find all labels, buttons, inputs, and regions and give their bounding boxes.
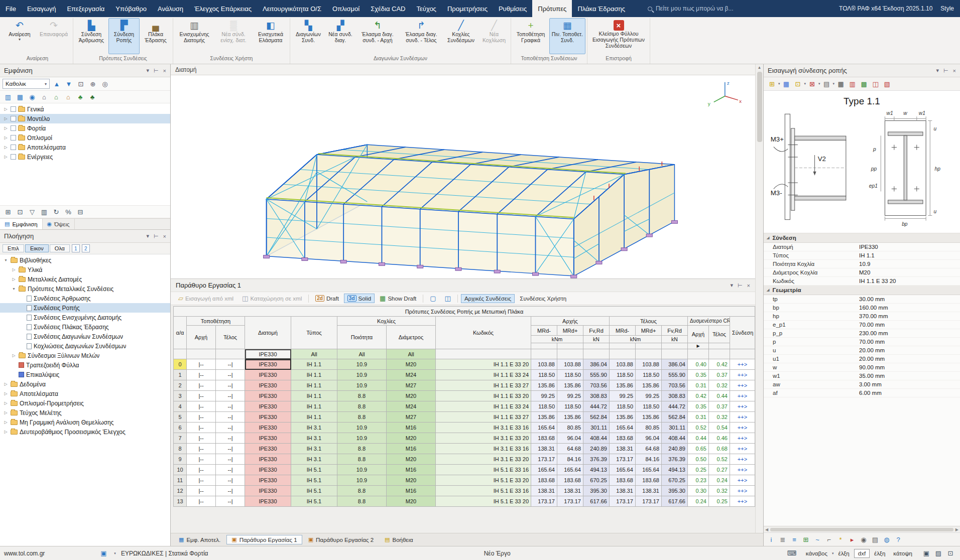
print-icon[interactable]: ▤	[870, 534, 881, 544]
mrd-pos-end-cell[interactable]: 80.85	[636, 423, 662, 433]
refresh-icon[interactable]: ↻	[51, 207, 62, 217]
code-cell[interactable]: IH 5.1 E 33 16	[436, 465, 531, 475]
mrd-neg-start-cell[interactable]: 183.68	[531, 475, 557, 486]
mrd-pos-end-cell[interactable]: 165.64	[636, 465, 662, 475]
scrollbar-thumb[interactable]	[757, 72, 762, 142]
bolt-diameter-cell[interactable]: M27	[387, 412, 436, 423]
help-icon[interactable]: ?	[893, 534, 904, 544]
fullscreen-icon[interactable]: ⊡	[945, 548, 956, 558]
viewport-caption[interactable]: Διατομή	[171, 64, 755, 75]
edit-views-icon[interactable]: ▦	[15, 92, 26, 102]
menu-item-1[interactable]: Εισαγωγή	[22, 0, 61, 17]
horizontal-scrollbar[interactable]: ◀ ▶	[764, 526, 960, 533]
print-report-icon[interactable]: ▧	[882, 79, 892, 89]
user-connection-link[interactable]: ++>	[730, 391, 755, 401]
cr-end-cell[interactable]: 0.24	[709, 475, 730, 486]
type-cell[interactable]: IH 1.1	[291, 359, 337, 370]
code-cell[interactable]: IH 3.1 E 33 16	[436, 444, 531, 454]
type-filter[interactable]: All	[291, 349, 337, 359]
checkbox-icon[interactable]	[11, 154, 16, 160]
fvrd-start-cell[interactable]: 562.84	[583, 412, 610, 423]
mrd-neg-end-cell[interactable]: 183.68	[610, 433, 636, 444]
section-cell[interactable]: IPE330	[245, 486, 291, 496]
bolt-grade-cell[interactable]: 10.9	[337, 475, 387, 486]
camera-icon[interactable]: ◉	[858, 534, 869, 544]
mrd-pos-end-cell[interactable]: 118.50	[636, 370, 662, 380]
expander-icon[interactable]: ▷	[11, 353, 17, 358]
gusset-plate-start-button[interactable]: ↰Έλασμα διαγ. συνδ. - Αρχή	[356, 18, 399, 54]
zoom-extents-icon[interactable]: ⊕	[87, 79, 98, 89]
zoom-selection-icon[interactable]: ⊡	[15, 207, 26, 217]
placement-end-cell[interactable]: --|	[216, 444, 245, 454]
cr-end-cell[interactable]: 0.46	[709, 433, 730, 444]
cr-end-cell[interactable]: 0.42	[709, 359, 730, 370]
menu-item-4[interactable]: Ανάλυση	[152, 0, 189, 17]
code-cell[interactable]: IH 1.1 E 33 24	[436, 401, 531, 412]
tree-dark-icon[interactable]: ♣	[87, 92, 98, 102]
cr-start-cell[interactable]: 0.40	[688, 359, 709, 370]
code-cell[interactable]: IH 3.1 E 33 20	[436, 433, 531, 444]
placement-start-cell[interactable]: |--	[187, 370, 216, 380]
placement-end-cell[interactable]: --|	[216, 475, 245, 486]
row-number[interactable]: 0	[174, 359, 187, 370]
mrd-neg-start-cell[interactable]: 138.31	[531, 444, 557, 454]
code-cell[interactable]: IH 3.1 E 33 16	[436, 423, 531, 433]
row-number[interactable]: 12	[174, 486, 187, 496]
user-connection-link[interactable]: ++>	[730, 496, 755, 507]
home-view-icon[interactable]: ⌂	[39, 92, 50, 102]
menu-item-8[interactable]: Σχέδια CAD	[365, 0, 411, 17]
tab-results-view[interactable]: ▦Εμφ. Αποτελ.	[174, 535, 225, 544]
fvrd-start-cell[interactable]: 408.44	[583, 433, 610, 444]
bolt-grade-cell[interactable]: 8.8	[337, 486, 387, 496]
mrd-neg-end-cell[interactable]: 135.86	[610, 412, 636, 423]
code-cell[interactable]: IH 5.1 E 33 20	[436, 496, 531, 507]
fvrd-start-cell[interactable]: 555.90	[583, 370, 610, 380]
bolt-diameter-cell[interactable]: M16	[387, 423, 436, 433]
tab-views[interactable]: ◉Όψεις	[43, 219, 75, 229]
close-sheet-button[interactable]: ×Κλείσιμο Φύλλου Εισαγωγής Πρότυπων Συνδ…	[589, 18, 648, 54]
fvrd-end-cell[interactable]: 240.89	[662, 444, 688, 454]
row-number[interactable]: 1	[174, 370, 187, 380]
placement-end-cell[interactable]: --|	[216, 496, 245, 507]
section-cell[interactable]: IPE330	[245, 475, 291, 486]
info-icon[interactable]: i	[766, 534, 777, 544]
bolt-grade-cell[interactable]: 10.9	[337, 433, 387, 444]
mrd-pos-start-cell[interactable]: 138.31	[557, 486, 583, 496]
cr-end-cell[interactable]: 0.68	[709, 444, 730, 454]
tab-display[interactable]: ▤Εμφάνιση	[0, 219, 43, 229]
user-connection-link[interactable]: ++>	[730, 454, 755, 465]
bolt-grade-cell[interactable]: 8.8	[337, 454, 387, 465]
mrd-neg-end-cell[interactable]: 173.17	[610, 496, 636, 507]
mrd-neg-end-cell[interactable]: 173.17	[610, 454, 636, 465]
menu-item-5[interactable]: Έλεγχος Επάρκειας	[189, 0, 257, 17]
cr-end-cell[interactable]: 0.37	[709, 401, 730, 412]
user-connection-link[interactable]: ++>	[730, 486, 755, 496]
model-viewport[interactable]: z x y	[171, 75, 755, 278]
mrd-pos-start-cell[interactable]: 103.88	[557, 359, 583, 370]
diagonal-braces-button[interactable]: ▚Διαγωνίων Συνδ.	[292, 18, 325, 54]
window-1-icon[interactable]: 1	[72, 244, 80, 252]
bolt-grade-cell[interactable]: 10.9	[337, 370, 387, 380]
nav-filter-tab-2[interactable]: Ολα	[50, 244, 70, 252]
checkbox-icon[interactable]	[11, 116, 16, 121]
mrd-neg-start-cell[interactable]: 173.17	[531, 454, 557, 465]
bolt-diameter-cell[interactable]: M20	[387, 496, 436, 507]
code-cell[interactable]: IH 1.1 E 33 24	[436, 370, 531, 380]
fvrd-start-cell[interactable]: 301.11	[583, 423, 610, 433]
row-number[interactable]: 5	[174, 412, 187, 423]
mrd-neg-end-cell[interactable]: 103.88	[610, 359, 636, 370]
status-toggle-4[interactable]: κάτοψη	[890, 549, 916, 557]
fvrd-end-cell[interactable]: 308.83	[662, 391, 688, 401]
website-link[interactable]: www.tol.com.gr	[4, 550, 45, 557]
tab-work-window-2[interactable]: ▣Παράθυρο Εργασίας 2	[303, 535, 379, 544]
select-grid-icon[interactable]: ▦	[781, 79, 792, 89]
bolt-grade-cell[interactable]: 10.9	[337, 380, 387, 391]
tab-work-window-1[interactable]: ▣Παράθυρο Εργασίας 1	[226, 535, 302, 544]
section-cell[interactable]: IPE330	[245, 423, 291, 433]
copy-view-button[interactable]: ▢	[426, 293, 439, 304]
mrd-neg-start-cell[interactable]: 135.86	[531, 380, 557, 391]
row-number[interactable]: 8	[174, 444, 187, 454]
placement-end-cell[interactable]: --|	[216, 391, 245, 401]
nav-filter-tab-1[interactable]: Εικον	[25, 244, 49, 252]
window-2-icon[interactable]: 2	[82, 244, 90, 252]
